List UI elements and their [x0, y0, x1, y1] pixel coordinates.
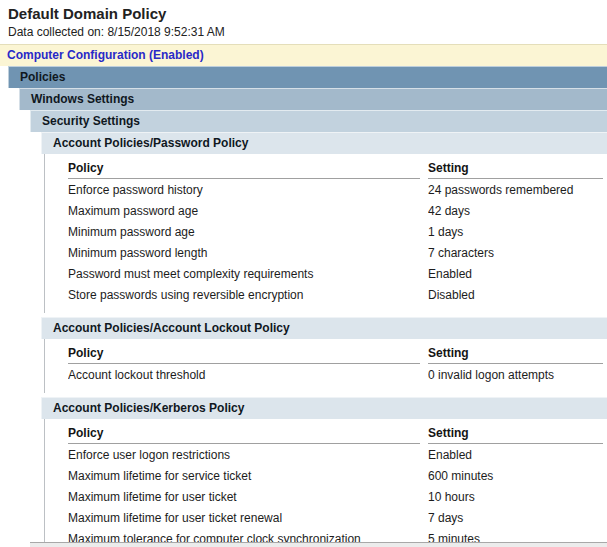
policy-cell: Store passwords using reversible encrypt… [68, 284, 420, 305]
column-spacer [420, 263, 428, 284]
column-spacer [420, 339, 428, 364]
header-computer-configuration[interactable]: Computer Configuration (Enabled) [0, 44, 607, 66]
policy-cell: Maximum lifetime for user ticket renewal [68, 507, 420, 528]
settings-table: Policy Setting Account lockout threshold… [68, 339, 603, 385]
policy-column-header: Policy [68, 339, 420, 364]
setting-cell: 10 hours [428, 486, 603, 507]
policy-cell: Maximum password age [68, 200, 420, 221]
header-windows-settings[interactable]: Windows Settings [19, 88, 607, 110]
security-settings-container: Security Settings Account Policies/Passw… [30, 110, 607, 547]
column-spacer [420, 419, 428, 444]
setting-cell: Disabled [428, 284, 603, 305]
table-row: Maximum password age42 days [68, 200, 603, 221]
table-row: Maximum lifetime for user ticket10 hours [68, 486, 603, 507]
section-kerberos-policy: Account Policies/Kerberos Policy Policy … [41, 397, 607, 547]
setting-cell: 7 days [428, 507, 603, 528]
column-spacer [420, 221, 428, 242]
section-header-kerberos-policy[interactable]: Account Policies/Kerberos Policy [41, 397, 607, 419]
policy-column-header: Policy [68, 154, 420, 179]
setting-cell: 24 passwords remembered [428, 179, 603, 200]
column-spacer [420, 486, 428, 507]
policy-cell: Password must meet complexity requiremen… [68, 263, 420, 284]
table-row: Store passwords using reversible encrypt… [68, 284, 603, 305]
table-row: Minimum password length7 characters [68, 242, 603, 263]
policy-cell: Maximum lifetime for service ticket [68, 465, 420, 486]
table-row: Password must meet complexity requiremen… [68, 263, 603, 284]
column-spacer [420, 364, 428, 385]
data-collected-label: Data collected on: 8/15/2018 9:52:31 AM [8, 25, 607, 39]
column-spacer [420, 284, 428, 305]
setting-cell: Enabled [428, 263, 603, 284]
setting-cell: 600 minutes [428, 465, 603, 486]
setting-cell: 0 invalid logon attempts [428, 364, 603, 385]
settings-table: Policy Setting Enforce password history2… [68, 154, 603, 305]
column-spacer [420, 465, 428, 486]
cutoff-next-section-edge [30, 542, 607, 547]
setting-cell: 7 characters [428, 242, 603, 263]
table-row: Minimum password age1 days [68, 221, 603, 242]
section-body: Policy Setting Enforce password history2… [44, 154, 607, 313]
table-header-row: Policy Setting [68, 154, 603, 179]
table-row: Maximum lifetime for service ticket600 m… [68, 465, 603, 486]
section-header-password-policy[interactable]: Account Policies/Password Policy [41, 132, 607, 154]
table-row: Account lockout threshold0 invalid logon… [68, 364, 603, 385]
column-spacer [420, 507, 428, 528]
setting-cell: 42 days [428, 200, 603, 221]
policy-cell: Maximum lifetime for user ticket [68, 486, 420, 507]
section-password-policy: Account Policies/Password Policy Policy … [41, 132, 607, 313]
policy-cell: Account lockout threshold [68, 364, 420, 385]
policy-cell: Enforce password history [68, 179, 420, 200]
gpo-report-page: Default Domain Policy Data collected on:… [0, 0, 607, 547]
table-row: Enforce user logon restrictionsEnabled [68, 444, 603, 465]
column-spacer [420, 179, 428, 200]
security-settings-content: Account Policies/Password Policy Policy … [41, 132, 607, 547]
column-spacer [420, 200, 428, 221]
settings-table: Policy Setting Enforce user logon restri… [68, 419, 603, 547]
section-body: Policy Setting Account lockout threshold… [44, 339, 607, 393]
table-header-row: Policy Setting [68, 339, 603, 364]
policies-container: Policies Windows Settings Security Setti… [8, 66, 607, 547]
page-title: Default Domain Policy [8, 5, 607, 22]
setting-cell: 1 days [428, 221, 603, 242]
header-policies[interactable]: Policies [8, 66, 607, 88]
section-header-account-lockout-policy[interactable]: Account Policies/Account Lockout Policy [41, 317, 607, 339]
section-body: Policy Setting Enforce user logon restri… [44, 419, 607, 547]
policy-cell: Minimum password length [68, 242, 420, 263]
setting-column-header: Setting [428, 419, 603, 444]
windows-settings-container: Windows Settings Security Settings Accou… [19, 88, 607, 547]
table-row: Enforce password history24 passwords rem… [68, 179, 603, 200]
policy-cell: Minimum password age [68, 221, 420, 242]
section-account-lockout-policy: Account Policies/Account Lockout Policy … [41, 317, 607, 393]
setting-cell: Enabled [428, 444, 603, 465]
policy-cell: Enforce user logon restrictions [68, 444, 420, 465]
column-spacer [420, 444, 428, 465]
column-spacer [420, 242, 428, 263]
policy-column-header: Policy [68, 419, 420, 444]
setting-column-header: Setting [428, 339, 603, 364]
setting-column-header: Setting [428, 154, 603, 179]
table-header-row: Policy Setting [68, 419, 603, 444]
table-row: Maximum lifetime for user ticket renewal… [68, 507, 603, 528]
column-spacer [420, 154, 428, 179]
header-security-settings[interactable]: Security Settings [30, 110, 607, 132]
